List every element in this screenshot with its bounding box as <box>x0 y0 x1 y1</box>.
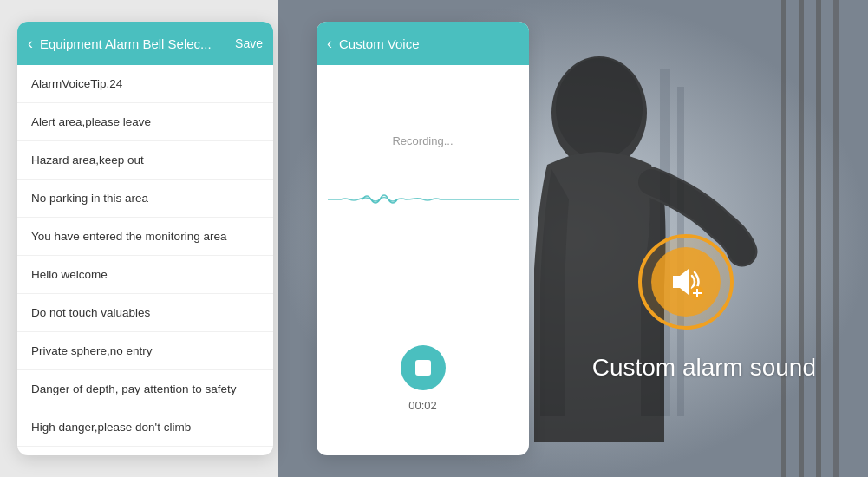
svg-rect-8 <box>833 0 839 477</box>
main-scene: Custom alarm sound ‹ Equipment Alarm Bel… <box>0 0 868 477</box>
middle-panel-header: ‹ Custom Voice <box>317 22 529 65</box>
list-item-item-11[interactable]: Howling alarm <box>17 447 273 455</box>
stop-record-button[interactable] <box>401 345 446 390</box>
list-item-label: High danger,please don't climb <box>31 421 191 434</box>
waveform-area <box>317 165 529 234</box>
custom-voice-panel: ‹ Custom Voice Recording... 00:02 <box>317 22 529 455</box>
list-item-label: Private sphere,no entry <box>31 344 153 357</box>
list-item-item-9[interactable]: Danger of depth, pay attention to safety <box>17 370 273 408</box>
alarm-list: AlarmVoiceTip.24Alert area,please leaveH… <box>17 65 273 455</box>
list-item-label: You have entered the monitoring area <box>31 230 226 243</box>
list-item-item-1[interactable]: AlarmVoiceTip.24 <box>17 65 273 103</box>
list-item-item-5[interactable]: You have entered the monitoring area <box>17 218 273 256</box>
recording-area: Recording... 00:02 <box>317 65 529 455</box>
list-item-label: Hello welcome <box>31 268 108 281</box>
list-item-item-3[interactable]: Hazard area,keep out <box>17 141 273 180</box>
left-back-button[interactable]: ‹ <box>28 35 33 53</box>
save-button[interactable]: Save <box>235 36 263 50</box>
list-item-label: Hazard area,keep out <box>31 154 144 167</box>
svg-point-4 <box>556 58 643 159</box>
left-panel-header: ‹ Equipment Alarm Bell Selec... Save <box>17 22 273 65</box>
list-item-label: AlarmVoiceTip.24 <box>31 77 122 90</box>
speaker-plus-icon <box>664 260 708 304</box>
alarm-bell-selection-panel: ‹ Equipment Alarm Bell Selec... Save Ala… <box>17 22 273 455</box>
stop-icon <box>415 360 431 376</box>
list-item-label: No parking in this area <box>31 192 148 205</box>
list-item-item-8[interactable]: Private sphere,no entry <box>17 332 273 370</box>
list-item-item-2[interactable]: Alert area,please leave <box>17 103 273 141</box>
left-panel-title: Equipment Alarm Bell Selec... <box>40 36 235 51</box>
alarm-icon-container <box>638 234 734 330</box>
record-button-area: 00:02 <box>401 345 446 438</box>
list-item-label: Alert area,please leave <box>31 115 151 128</box>
list-item-label: Do not touch valuables <box>31 306 150 319</box>
custom-alarm-text: Custom alarm sound <box>592 354 816 382</box>
svg-rect-7 <box>816 0 821 477</box>
waveform-svg <box>328 173 519 225</box>
list-item-item-10[interactable]: High danger,please don't climb <box>17 408 273 447</box>
alarm-icon-inner <box>651 247 721 317</box>
middle-panel-title: Custom Voice <box>339 36 519 51</box>
recording-timer: 00:02 <box>408 399 437 412</box>
recording-label: Recording... <box>392 134 453 147</box>
list-item-item-4[interactable]: No parking in this area <box>17 180 273 218</box>
svg-rect-6 <box>799 0 804 477</box>
middle-back-button[interactable]: ‹ <box>327 35 332 53</box>
list-item-item-6[interactable]: Hello welcome <box>17 256 273 294</box>
list-item-label: Danger of depth, pay attention to safety <box>31 382 236 395</box>
list-item-item-7[interactable]: Do not touch valuables <box>17 294 273 332</box>
svg-rect-5 <box>781 0 786 477</box>
